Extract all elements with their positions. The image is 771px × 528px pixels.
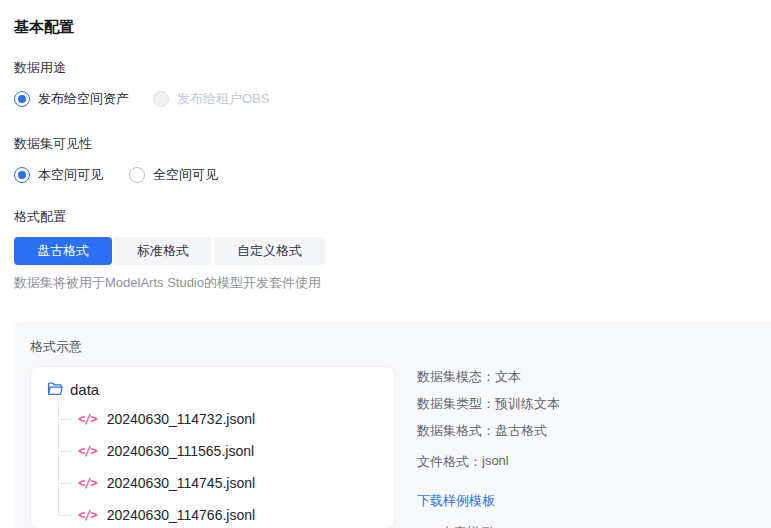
json-sample-label: json内容样例: xyxy=(417,524,560,528)
meta-format: 数据集格式：盘古格式 xyxy=(417,422,560,440)
tree-file-row: </> 20240630_114766.jsonl xyxy=(58,499,378,528)
format-tabs: 盘古格式 标准格式 自定义格式 xyxy=(14,237,771,265)
radio-selected-icon[interactable] xyxy=(14,167,30,183)
radio-publish-space-asset[interactable]: 发布给空间资产 xyxy=(14,90,129,108)
file-name: 20240630_114745.jsonl xyxy=(107,475,255,491)
data-usage-radio-group: 发布给空间资产 发布给租户OBS xyxy=(14,90,771,108)
file-name: 20240630_114766.jsonl xyxy=(107,507,255,523)
meta-label: 数据集格式： xyxy=(417,422,495,440)
tree-file-row: </> 20240630_114732.jsonl xyxy=(58,403,378,435)
folder-name: data xyxy=(70,381,99,398)
file-name: 20240630_111565.jsonl xyxy=(107,443,254,459)
radio-label: 本空间可见 xyxy=(38,166,103,184)
radio-publish-tenant-obs: 发布给租户OBS xyxy=(153,90,269,108)
radio-label: 发布给租户OBS xyxy=(177,90,269,108)
meta-label: 数据集类型： xyxy=(417,395,495,413)
basic-config-page: 基本配置 数据用途 发布给空间资产 发布给租户OBS 数据集可见性 本空间可见 … xyxy=(0,18,771,528)
visibility-radio-group: 本空间可见 全空间可见 xyxy=(14,166,771,184)
tab-custom-format[interactable]: 自定义格式 xyxy=(214,237,325,265)
meta-label: 文件格式： xyxy=(417,453,482,471)
tree-file-row: </> 20240630_111565.jsonl xyxy=(58,435,378,467)
dataset-meta-column: 数据集模态：文本 数据集类型：预训练文本 数据集格式：盘古格式 文件格式：jso… xyxy=(417,366,560,528)
meta-value: 文本 xyxy=(495,368,521,386)
code-file-icon: </> xyxy=(78,444,97,458)
radio-disabled-icon xyxy=(153,91,169,107)
meta-modality: 数据集模态：文本 xyxy=(417,368,560,386)
visibility-label: 数据集可见性 xyxy=(14,135,771,153)
download-sample-template-link[interactable]: 下载样例模板 xyxy=(417,492,495,510)
meta-type: 数据集类型：预训练文本 xyxy=(417,395,560,413)
radio-visible-this-space[interactable]: 本空间可见 xyxy=(14,166,103,184)
meta-label: 数据集模态： xyxy=(417,368,495,386)
code-file-icon: </> xyxy=(78,476,97,490)
data-usage-label: 数据用途 xyxy=(14,59,771,77)
meta-value: 盘古格式 xyxy=(495,422,547,440)
code-file-icon: </> xyxy=(78,412,97,426)
format-helper-text: 数据集将被用于ModelArts Studio的模型开发套件使用 xyxy=(14,274,771,292)
radio-selected-icon[interactable] xyxy=(14,91,30,107)
file-tree-card: data </> 20240630_114732.jsonl </> 20240… xyxy=(30,366,395,528)
radio-unselected-icon[interactable] xyxy=(129,167,145,183)
tree-folder-row: data xyxy=(47,375,378,403)
tree-file-row: </> 20240630_114745.jsonl xyxy=(58,467,378,499)
code-file-icon: </> xyxy=(78,508,97,522)
meta-file-format: 文件格式：jsonl xyxy=(417,453,560,471)
radio-visible-all-spaces[interactable]: 全空间可见 xyxy=(129,166,218,184)
meta-value: 预训练文本 xyxy=(495,395,560,413)
tab-standard-format[interactable]: 标准格式 xyxy=(114,237,212,265)
tab-pangu-format[interactable]: 盘古格式 xyxy=(14,237,112,265)
radio-label: 全空间可见 xyxy=(153,166,218,184)
meta-value: jsonl xyxy=(482,453,509,471)
page-title: 基本配置 xyxy=(14,18,771,37)
preview-title: 格式示意 xyxy=(30,338,755,356)
tree-children: </> 20240630_114732.jsonl </> 20240630_1… xyxy=(58,403,378,528)
file-name: 20240630_114732.jsonl xyxy=(107,411,255,427)
format-preview-panel: 格式示意 data </> 20240 xyxy=(14,321,771,528)
format-config-label: 格式配置 xyxy=(14,208,771,226)
folder-icon xyxy=(47,381,63,397)
radio-label: 发布给空间资产 xyxy=(38,90,129,108)
